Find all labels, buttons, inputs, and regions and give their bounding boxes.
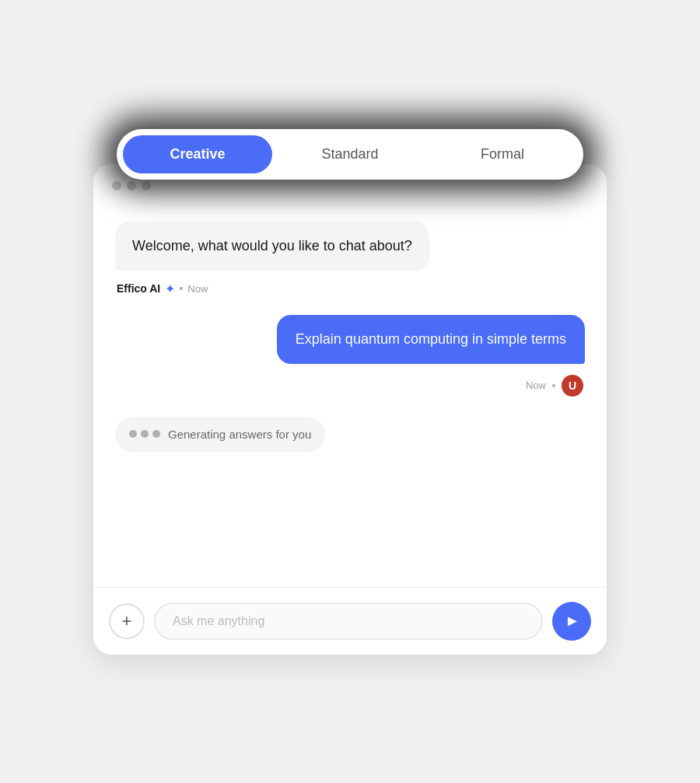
ai-sparkle-icon: ✦ [165, 281, 175, 296]
user-message-meta: Now U [115, 375, 583, 397]
mode-selector: Creative Standard Formal [117, 129, 583, 180]
chat-panel: Welcome, what would you like to chat abo… [93, 164, 607, 655]
ai-message-text: Welcome, what would you like to chat abo… [132, 238, 412, 253]
generating-text: Generating answers for you [168, 428, 311, 441]
ai-message-bubble: Welcome, what would you like to chat abo… [115, 222, 429, 271]
chat-input[interactable] [154, 603, 543, 640]
user-avatar-initial: U [569, 379, 576, 392]
mode-btn-standard[interactable]: Standard [275, 135, 425, 173]
user-message-bubble: Explain quantum computing in simple term… [277, 315, 585, 364]
gen-dot-2 [141, 430, 149, 438]
user-meta-separator [552, 384, 555, 387]
mode-btn-formal[interactable]: Formal [428, 135, 577, 173]
ai-sender-name: Effico AI [117, 282, 160, 295]
app-container: Creative Standard Formal Welcome, what w… [86, 129, 614, 655]
user-message-time: Now [526, 379, 546, 391]
chat-body: Welcome, what would you like to chat abo… [93, 198, 607, 587]
gen-dot-3 [152, 430, 160, 438]
ai-message-meta: Effico AI ✦ Now [117, 281, 585, 296]
ai-message-time: Now [187, 283, 208, 295]
gen-dot-1 [129, 430, 137, 438]
generating-dots [129, 430, 160, 438]
generating-indicator: Generating answers for you [115, 417, 325, 452]
send-button[interactable]: ► [552, 602, 591, 641]
user-message-text: Explain quantum computing in simple term… [296, 331, 566, 347]
send-icon: ► [565, 612, 580, 630]
mode-selector-wrapper: Creative Standard Formal [117, 129, 583, 180]
meta-separator-dot [180, 287, 183, 290]
user-avatar: U [562, 375, 583, 397]
chat-input-area: + ► [93, 587, 607, 655]
mode-btn-creative[interactable]: Creative [123, 135, 272, 173]
add-button[interactable]: + [109, 603, 145, 639]
